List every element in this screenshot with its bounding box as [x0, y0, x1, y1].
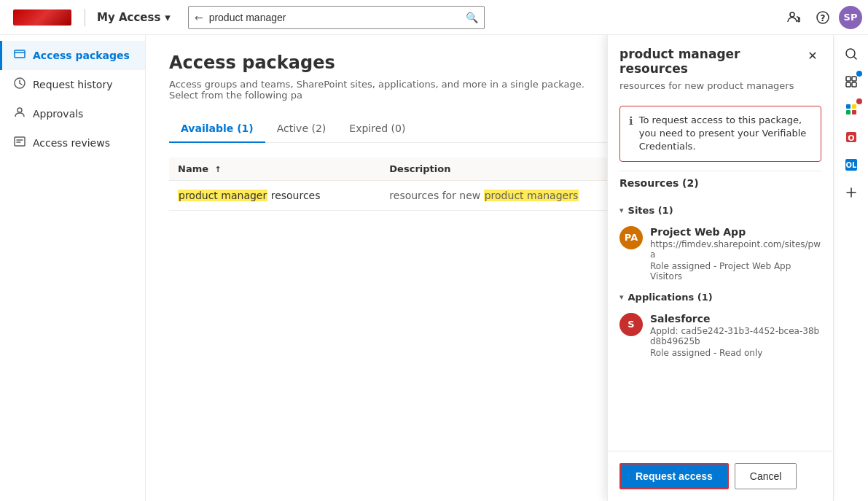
svg-rect-9	[852, 77, 856, 81]
collapse-icon-sites: ▾	[619, 206, 624, 215]
collapse-icon-applications: ▾	[619, 292, 624, 302]
salesforce-name: Salesforce	[650, 313, 821, 325]
topbar-divider	[85, 9, 85, 26]
tab-active[interactable]: Active (2)	[265, 115, 338, 143]
sort-icon: ↑	[215, 165, 222, 174]
sidebar-label-approvals: Approvals	[33, 108, 83, 120]
back-arrow-icon[interactable]: ←	[195, 12, 203, 23]
resource-item-project-web-app[interactable]: PA Project Web App https://fimdev.sharep…	[608, 220, 833, 287]
svg-rect-10	[846, 82, 851, 87]
name-highlight: product manager	[178, 190, 267, 201]
svg-rect-3	[15, 50, 25, 58]
topbar: My Access ▾ ← 🔍 ? SP	[0, 0, 868, 35]
apps-badge	[856, 98, 862, 104]
search-input[interactable]	[209, 12, 461, 23]
project-web-app-avatar: PA	[619, 226, 643, 249]
search-bar[interactable]: ← 🔍	[188, 6, 485, 29]
search-icon: 🔍	[466, 12, 478, 23]
sites-section-header[interactable]: ▾ Sites (1)	[608, 201, 833, 220]
panel-warning-box: ℹ To request access to this package, you…	[619, 106, 821, 162]
sidebar-item-access-packages[interactable]: Access packages	[0, 41, 145, 70]
outlook-button[interactable]: OL	[838, 152, 864, 178]
right-search-button[interactable]	[838, 41, 864, 67]
request-history-icon	[14, 77, 26, 92]
logo[interactable]	[6, 6, 79, 29]
applications-section-header[interactable]: ▾ Applications (1)	[608, 287, 833, 307]
approvals-icon	[14, 106, 26, 121]
panel-resources-section: Resources (2)	[608, 171, 833, 195]
svg-rect-8	[846, 77, 851, 81]
salesforce-info: Salesforce AppId: cad5e242-31b3-4452-bce…	[650, 313, 821, 358]
detail-panel: product manager resources ✕ resources fo…	[607, 35, 833, 501]
salesforce-role: Role assigned - Read only	[650, 348, 821, 358]
svg-text:OL: OL	[845, 161, 857, 169]
svg-text:O: O	[848, 133, 854, 143]
resources-section-title: Resources (2)	[619, 171, 821, 189]
page-subtitle: Access groups and teams, SharePoint site…	[169, 79, 606, 101]
column-name: Name ↑	[178, 163, 378, 174]
access-reviews-icon	[14, 136, 26, 150]
svg-rect-12	[846, 104, 851, 109]
panel-title-row: product manager resources ✕	[619, 47, 821, 76]
sidebar-item-request-history[interactable]: Request history	[0, 70, 145, 99]
project-web-app-url: https://fimdev.sharepoint.com/sites/pwa	[650, 239, 821, 260]
people-icon-btn[interactable]	[781, 4, 807, 31]
name-suffix: resources	[267, 190, 320, 201]
right-icons-bar: O OL	[833, 35, 868, 501]
logo-image	[13, 9, 71, 26]
project-web-app-name: Project Web App	[650, 226, 821, 238]
cancel-button[interactable]: Cancel	[735, 463, 797, 489]
tab-available[interactable]: Available (1)	[169, 115, 265, 143]
panel-title: product manager resources	[619, 47, 804, 76]
project-web-app-role: Role assigned - Project Web App Visitors	[650, 261, 821, 281]
panel-subtitle: resources for new product managers	[619, 80, 821, 91]
sidebar-label-access-packages: Access packages	[33, 50, 130, 61]
tab-expired[interactable]: Expired (0)	[337, 115, 417, 143]
access-packages-icon	[14, 48, 26, 63]
desc-prefix: resources for new	[389, 190, 483, 201]
svg-point-5	[17, 108, 22, 112]
chevron-down-icon: ▾	[165, 11, 171, 24]
sidebar-item-approvals[interactable]: Approvals	[0, 99, 145, 128]
panel-warning-text: To request access to this package, you n…	[639, 114, 812, 154]
main-area: Access packages Request history Approval…	[0, 35, 868, 501]
cell-name: product manager resources	[178, 190, 378, 201]
svg-text:?: ?	[821, 13, 826, 23]
office-button[interactable]: O	[838, 124, 864, 150]
app-name-button[interactable]: My Access ▾	[91, 8, 176, 27]
app-name-label: My Access	[97, 11, 160, 24]
extensions-button[interactable]	[838, 69, 864, 95]
svg-point-7	[846, 49, 855, 58]
panel-header: product manager resources ✕ resources fo…	[608, 35, 833, 106]
svg-rect-11	[852, 82, 856, 87]
resource-item-salesforce[interactable]: S Salesforce AppId: cad5e242-31b3-4452-b…	[608, 307, 833, 364]
sidebar-item-access-reviews[interactable]: Access reviews	[0, 128, 145, 158]
user-avatar[interactable]: SP	[839, 6, 862, 29]
svg-rect-14	[846, 110, 851, 114]
add-button[interactable]	[838, 179, 864, 206]
help-icon-btn[interactable]: ?	[810, 4, 836, 31]
svg-rect-15	[852, 110, 856, 114]
request-access-button[interactable]: Request access	[619, 463, 729, 489]
svg-point-0	[790, 12, 794, 17]
sites-section-label: Sites (1)	[628, 205, 673, 216]
sidebar-label-access-reviews: Access reviews	[33, 137, 110, 149]
topbar-icons: ? SP	[781, 4, 862, 31]
apps-button[interactable]	[838, 96, 864, 123]
svg-rect-6	[15, 137, 25, 146]
panel-footer: Request access Cancel	[608, 451, 833, 501]
project-web-app-info: Project Web App https://fimdev.sharepoin…	[650, 226, 821, 281]
desc-highlight: product managers	[484, 190, 579, 201]
extensions-badge	[856, 71, 862, 77]
applications-section-label: Applications (1)	[628, 292, 713, 303]
sidebar: Access packages Request history Approval…	[0, 35, 146, 501]
panel-close-button[interactable]: ✕	[804, 47, 821, 64]
salesforce-avatar: S	[619, 313, 643, 336]
info-icon: ℹ	[629, 114, 633, 128]
svg-rect-13	[852, 104, 856, 109]
sidebar-label-request-history: Request history	[33, 79, 112, 90]
salesforce-appid: AppId: cad5e242-31b3-4452-bcea-38bd8b496…	[650, 326, 821, 346]
